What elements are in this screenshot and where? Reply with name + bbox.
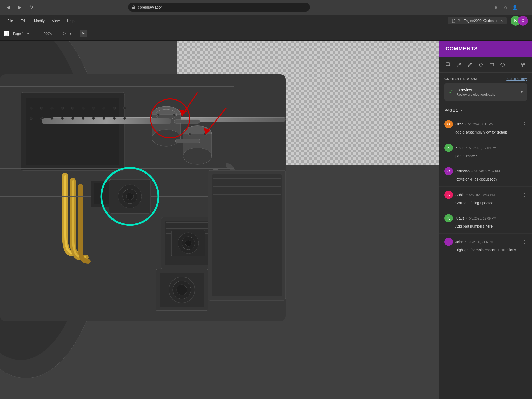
canvas-area[interactable] bbox=[0, 41, 439, 399]
svg-point-29 bbox=[188, 133, 191, 135]
page-selector[interactable]: PAGE 1 ▾ bbox=[439, 105, 532, 116]
comment-text: part number? bbox=[444, 154, 527, 159]
zoom-out-button[interactable]: - bbox=[37, 31, 43, 37]
page-dropdown-chevron[interactable]: ▾ bbox=[27, 32, 29, 36]
comment-bubble-tool[interactable] bbox=[443, 60, 453, 69]
svg-point-100 bbox=[523, 64, 524, 65]
browser-menu-button[interactable]: ⋮ bbox=[521, 4, 528, 11]
zoom-in-button[interactable]: + bbox=[53, 31, 59, 37]
back-button[interactable]: ◀ bbox=[4, 3, 12, 11]
page-label[interactable]: Page 1 bbox=[11, 31, 26, 37]
menu-edit[interactable]: Edit bbox=[17, 17, 30, 24]
svg-rect-31 bbox=[42, 118, 171, 124]
page-selector-chevron[interactable]: ▾ bbox=[460, 108, 462, 112]
main-layout: COMMENTS bbox=[0, 41, 532, 399]
svg-rect-25 bbox=[174, 120, 200, 123]
svg-rect-0 bbox=[132, 7, 135, 9]
comment-author: Greg bbox=[455, 122, 463, 126]
lock-icon bbox=[132, 5, 136, 9]
page-thumbnail-icon bbox=[4, 31, 9, 36]
browser-actions: ⊕ ☆ 👤 ⋮ bbox=[493, 4, 528, 11]
comment-more-button[interactable]: ⋮ bbox=[522, 192, 527, 198]
status-name: In review bbox=[456, 88, 518, 92]
toolbar: Page 1 ▾ - 200% + ▾ bbox=[0, 27, 532, 41]
menu-modify[interactable]: Modify bbox=[31, 17, 48, 24]
comment-item: C Christian • 5/5/2020, 2:09 PM Revision… bbox=[439, 163, 532, 187]
comment-rectangle-tool[interactable] bbox=[487, 60, 496, 69]
comment-avatar: J bbox=[444, 238, 453, 246]
status-history-link[interactable]: Status history bbox=[506, 77, 527, 81]
comment-author: Klaus bbox=[455, 146, 464, 150]
comment-text: Add part numbers here. bbox=[444, 224, 527, 229]
comments-panel: COMMENTS bbox=[439, 41, 532, 399]
svg-point-48 bbox=[103, 107, 105, 109]
svg-point-24 bbox=[183, 148, 212, 164]
comment-author: Sobia bbox=[455, 193, 465, 197]
status-header: CURRENT STATUS: Status history bbox=[444, 77, 527, 81]
svg-point-59 bbox=[113, 117, 116, 120]
menu-help[interactable]: Help bbox=[64, 17, 78, 24]
add-tab-button[interactable]: ⊕ bbox=[493, 4, 500, 11]
share-icon: ⬆ bbox=[496, 19, 498, 23]
status-description: Reviewers give feedback. bbox=[456, 92, 518, 96]
comment-avatar: C bbox=[444, 167, 453, 175]
comment-avatar: S bbox=[444, 191, 453, 199]
comment-settings-tool[interactable] bbox=[518, 60, 528, 69]
address-bar[interactable]: coreldraw.app/ bbox=[128, 3, 310, 12]
svg-point-52 bbox=[40, 117, 43, 120]
svg-rect-62 bbox=[0, 168, 234, 169]
comment-avatar: K bbox=[444, 144, 453, 152]
svg-rect-73 bbox=[213, 178, 281, 179]
svg-point-101 bbox=[522, 65, 523, 66]
svg-point-27 bbox=[157, 113, 160, 116]
svg-rect-94 bbox=[490, 63, 494, 66]
comment-text: add disassembly view for details bbox=[444, 130, 527, 135]
svg-point-70 bbox=[177, 285, 187, 295]
comment-text: Highlight for maintenance instructions bbox=[444, 248, 527, 253]
svg-point-53 bbox=[51, 117, 53, 120]
cursor-tool-button[interactable] bbox=[80, 30, 87, 37]
status-label: CURRENT STATUS: bbox=[444, 77, 477, 81]
status-dropdown-chevron[interactable]: ▾ bbox=[521, 90, 523, 94]
comment-text: Revision 4, as discussed? bbox=[444, 177, 527, 182]
engine-illustration bbox=[0, 41, 439, 399]
url-text: coreldraw.app/ bbox=[138, 5, 162, 9]
menubar-right: Jet-Engine2020-XX.des ⬆ ✕ K C bbox=[448, 16, 528, 26]
svg-point-40 bbox=[185, 240, 191, 246]
zoom-dropdown-chevron[interactable]: ▾ bbox=[70, 32, 71, 36]
svg-rect-2 bbox=[5, 32, 8, 35]
menu-view[interactable]: View bbox=[49, 17, 63, 24]
svg-point-57 bbox=[92, 117, 95, 120]
svg-rect-26 bbox=[175, 139, 200, 143]
svg-rect-35 bbox=[166, 228, 213, 229]
comment-arrow-tool[interactable] bbox=[454, 60, 464, 69]
comment-pen-tool[interactable] bbox=[465, 60, 475, 69]
account-button[interactable]: 👤 bbox=[511, 4, 518, 11]
svg-point-42 bbox=[40, 107, 43, 109]
comment-ellipse-tool[interactable] bbox=[498, 60, 507, 69]
comment-author: John bbox=[455, 240, 463, 244]
reload-button[interactable]: ↻ bbox=[27, 3, 35, 11]
forward-button[interactable]: ▶ bbox=[16, 3, 24, 11]
bookmark-button[interactable]: ☆ bbox=[502, 4, 509, 11]
zoom-percent: 200% bbox=[44, 32, 52, 36]
menu-file[interactable]: File bbox=[4, 17, 16, 24]
comment-more-button[interactable]: ⋮ bbox=[522, 239, 527, 245]
comment-item: G Greg • 5/5/2020, 2:11 PM ⋮add disassem… bbox=[439, 116, 532, 139]
comment-crosshair-tool[interactable] bbox=[476, 60, 486, 69]
comment-avatar: K bbox=[444, 214, 453, 222]
close-file-button[interactable]: ✕ bbox=[500, 19, 503, 23]
comment-time: 5/5/2020, 2:14 PM bbox=[469, 193, 495, 197]
avatar-c[interactable]: C bbox=[518, 16, 528, 26]
file-tab[interactable]: Jet-Engine2020-XX.des ⬆ ✕ bbox=[448, 17, 507, 24]
comment-more-button[interactable]: ⋮ bbox=[522, 121, 527, 127]
comment-time: 5/5/2020, 12:09 PM bbox=[469, 217, 496, 220]
svg-rect-34 bbox=[166, 222, 213, 223]
status-card: ✓ In review Reviewers give feedback. ▾ bbox=[444, 83, 527, 101]
zoom-control: - 200% + ▾ bbox=[37, 30, 71, 37]
svg-point-58 bbox=[103, 117, 105, 120]
zoom-tool-button[interactable] bbox=[60, 30, 69, 37]
file-icon bbox=[452, 19, 456, 23]
page-controls: Page 1 ▾ bbox=[4, 31, 29, 37]
comments-header: COMMENTS bbox=[439, 41, 532, 57]
